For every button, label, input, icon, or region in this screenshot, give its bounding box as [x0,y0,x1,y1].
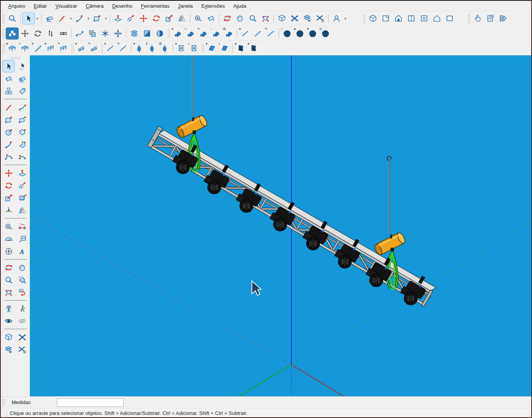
line-tool-button[interactable] [56,12,69,24]
link-tool-button[interactable] [57,27,70,39]
toolbar-grip[interactable] [467,14,470,24]
text-tool-button[interactable]: A1 [16,233,28,245]
position-camera-tool-button[interactable] [2,302,15,315]
fixture-edit-button[interactable]: ✎ [197,27,210,39]
rotate-tool-button[interactable] [2,179,15,192]
truss-edit-button[interactable]: ✎ [88,42,100,54]
tag-tool-button[interactable] [16,85,28,97]
pipe2-insert-button[interactable]: ▾ [104,42,117,54]
rectangle-tool-button[interactable] [91,12,103,24]
toolbar-grip[interactable] [71,43,74,53]
scale-tool-button[interactable] [163,12,176,24]
pushpull-tool-button[interactable] [16,167,28,179]
paint-bucket-tool-button[interactable] [205,12,217,24]
menu-janela[interactable]: Janela [174,2,197,10]
component-options-button[interactable] [86,27,99,39]
flip-tool-button[interactable] [176,12,188,24]
toolbar-grip[interactable] [2,43,5,53]
ledscreen-insert-button[interactable]: ▾ [205,42,218,54]
eraser-tool-button[interactable] [16,72,28,85]
select-tool-button[interactable] [22,12,35,24]
hoist-insert-button[interactable]: ▾ [133,42,146,54]
arc-3point-tool-button[interactable] [2,151,15,163]
connector-fill-button[interactable]: ● [293,27,306,39]
dropdown-arrow[interactable]: ▾ [35,12,40,24]
distribute-tool-button[interactable] [112,27,124,39]
toolbar-grip[interactable] [167,28,170,38]
pipe-draw-button[interactable] [251,27,264,39]
speaker-stack-button[interactable]: ▾ [247,42,260,54]
look-around-tool-button[interactable] [2,315,15,327]
zoom-extents-tool-button[interactable] [2,286,15,298]
hand-select-button[interactable] [471,12,484,24]
linearray-draw-button[interactable]: ▪ [188,42,200,54]
hoist-info-button[interactable]: ℹ [146,42,158,54]
3d-text-tool-button[interactable]: A [16,245,28,257]
look-around-off-tool-button[interactable] [16,315,28,327]
zoom-extents-tool-button[interactable] [259,12,272,24]
railing-edit-button[interactable]: ✎ [57,42,70,54]
view-home-button[interactable] [392,12,405,24]
view-plan-button[interactable] [443,12,456,24]
walk-tool-button[interactable] [16,302,28,315]
menu-arquivo[interactable]: Arquivo [4,2,29,10]
swap-updown-tool-button[interactable] [44,27,57,39]
menu-camera[interactable]: Câmera [81,2,108,10]
menu-visualizar[interactable]: Visualizar [51,2,81,10]
protractor-tool-button[interactable] [2,233,15,245]
toolbar-grip[interactable] [2,28,5,38]
select-tool-button[interactable] [2,60,15,72]
linearray-insert-button[interactable]: ▾ [175,42,188,54]
view-back-button[interactable] [430,12,443,24]
paint-bucket-tool-button[interactable] [2,72,15,85]
flip-tool-button[interactable] [16,204,28,216]
view-top-button[interactable] [418,12,430,24]
lasso-tool-button[interactable] [16,60,28,72]
pie-tool-button[interactable] [16,138,28,151]
stairs-insert-button[interactable]: ▾ [31,42,44,54]
tape-measure-tool-button[interactable] [2,220,15,233]
axes-tool-button[interactable] [2,204,15,216]
circle-tool-button[interactable] [2,126,15,138]
followme-tool-button[interactable] [16,179,28,192]
dropdown-arrow[interactable]: ▾ [103,12,108,24]
pushpull-tool-button[interactable] [112,12,124,24]
hoist-cable[interactable] [192,55,193,118]
arc-2point-tool-button[interactable] [16,151,28,163]
compass-tool-button[interactable] [2,245,15,257]
components-tool-button[interactable] [2,85,15,97]
dimensions-tool-button[interactable] [16,220,28,233]
stage-draw-button[interactable]: ▪ [19,42,31,54]
railing-insert-button[interactable]: ▾ [44,42,57,54]
connector-star-button[interactable]: ✦ [306,27,319,39]
menu-desenho[interactable]: Desenho [108,2,136,10]
layers-stack-button[interactable] [128,27,141,39]
connector-add-button[interactable]: + [281,27,293,39]
panel-toggle-button[interactable] [497,12,510,24]
eraser-tool-button[interactable] [43,12,56,24]
orbit-tool-button[interactable] [221,12,234,24]
line-tool-button[interactable] [2,101,15,113]
extension-warehouse-tool-button[interactable] [16,331,28,343]
toolbar-grip[interactable] [201,43,204,53]
zoom-window-tool-button[interactable] [16,274,28,286]
component-tool-button[interactable] [6,27,19,39]
zoom-tool-button[interactable] [2,274,15,286]
orbit-tool-button[interactable] [2,261,15,274]
dropdown-arrow[interactable]: ▾ [69,12,73,24]
zoom-camera-tool-button[interactable] [246,12,259,24]
dropdown-arrow[interactable]: ▾ [86,12,91,24]
pan-tool-button[interactable] [16,261,28,274]
measurements-grip[interactable] [2,399,5,406]
rotate-tool-button[interactable] [150,12,163,24]
path-tool-button[interactable] [73,27,86,39]
half-square-tool-button[interactable] [141,27,153,39]
extension-manager-button[interactable] [314,12,327,24]
layers-panel-button[interactable] [301,12,314,24]
fixture-move-button[interactable]: + [184,27,197,39]
report-panel-button[interactable] [484,12,497,24]
truss-insert-button[interactable]: ▾ [75,42,88,54]
connector-cycle-button[interactable]: ↻ [319,27,332,39]
menu-extensoes[interactable]: Extensões [197,2,229,10]
half-circle-tool-button[interactable] [153,27,166,39]
